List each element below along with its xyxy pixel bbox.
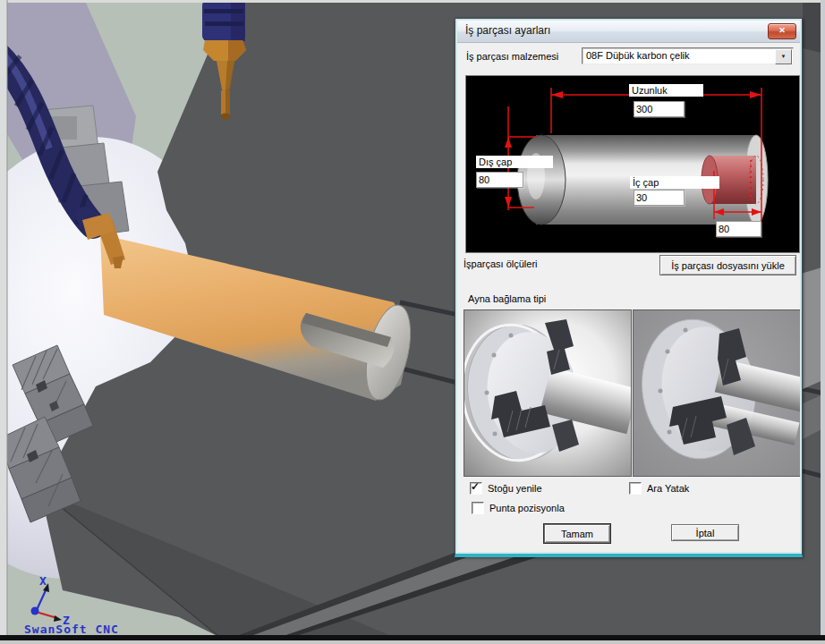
check-icon: ✓ bbox=[471, 480, 480, 493]
bore-length-input[interactable] bbox=[716, 221, 761, 237]
close-button[interactable]: ✕ bbox=[768, 23, 796, 39]
checkbox-steady-rest[interactable]: Ara Yatak bbox=[629, 482, 689, 495]
checkbox-refresh-stock-label: Stoğu yenile bbox=[488, 483, 542, 494]
chuck-option-bar[interactable] bbox=[633, 309, 800, 477]
app-window: X Z SwanSoft CNC İş parçası ayarları ✕ İ… bbox=[0, 0, 825, 644]
outer-diameter-tag: Dış çap bbox=[476, 156, 553, 168]
close-icon: ✕ bbox=[778, 26, 786, 35]
checkbox-steady-rest-box[interactable] bbox=[629, 482, 642, 495]
checkbox-tailstock-position-box[interactable] bbox=[472, 502, 484, 514]
chevron-down-icon[interactable]: ▼ bbox=[775, 49, 792, 64]
workpiece-settings-dialog: İş parçası ayarları ✕ İş parçası malzeme… bbox=[455, 18, 803, 557]
chuck-option-external[interactable] bbox=[464, 309, 632, 477]
brand-text: SwanSoft CNC bbox=[24, 623, 119, 636]
load-workpiece-file-button[interactable]: İş parçası dosyasını yükle bbox=[659, 255, 796, 275]
checkbox-refresh-stock[interactable]: ✓ Stoğu yenile bbox=[470, 482, 542, 495]
checkbox-steady-rest-label: Ara Yatak bbox=[647, 483, 689, 494]
workpiece-preview-panel: Uzunluk Dış çap İç çap bbox=[465, 75, 800, 253]
dialog-title: İş parçası ayarları bbox=[465, 24, 550, 37]
chuck-type-caption: Ayna bağlama tipi bbox=[468, 293, 546, 304]
cancel-button[interactable]: İptal bbox=[671, 524, 739, 541]
inner-diameter-input[interactable] bbox=[634, 190, 685, 206]
chuck-image-bar bbox=[634, 310, 800, 476]
outer-diameter-input[interactable] bbox=[476, 172, 523, 188]
dialog-titlebar[interactable]: İş parçası ayarları ✕ bbox=[457, 21, 800, 43]
checkbox-refresh-stock-box[interactable]: ✓ bbox=[470, 482, 482, 495]
ok-button[interactable]: Tamam bbox=[544, 524, 610, 543]
checkbox-tailstock-position[interactable]: Punta pozisyonla bbox=[472, 502, 565, 514]
length-tag: Uzunluk bbox=[629, 84, 703, 97]
material-select[interactable]: 08F Düþük karbon çelik ▼ bbox=[582, 47, 794, 64]
dimensions-caption: İşparçası ölçüleri bbox=[464, 258, 538, 269]
chuck-image-external bbox=[464, 310, 631, 476]
checkbox-tailstock-position-label: Punta pozisyonla bbox=[489, 503, 565, 513]
inner-diameter-tag: İç çap bbox=[630, 176, 719, 189]
material-label: İş parçası malzemesi bbox=[466, 51, 558, 62]
axis-x-label: X bbox=[39, 574, 47, 588]
length-input[interactable] bbox=[634, 101, 685, 117]
material-value: 08F Düþük karbon çelik bbox=[586, 50, 690, 61]
